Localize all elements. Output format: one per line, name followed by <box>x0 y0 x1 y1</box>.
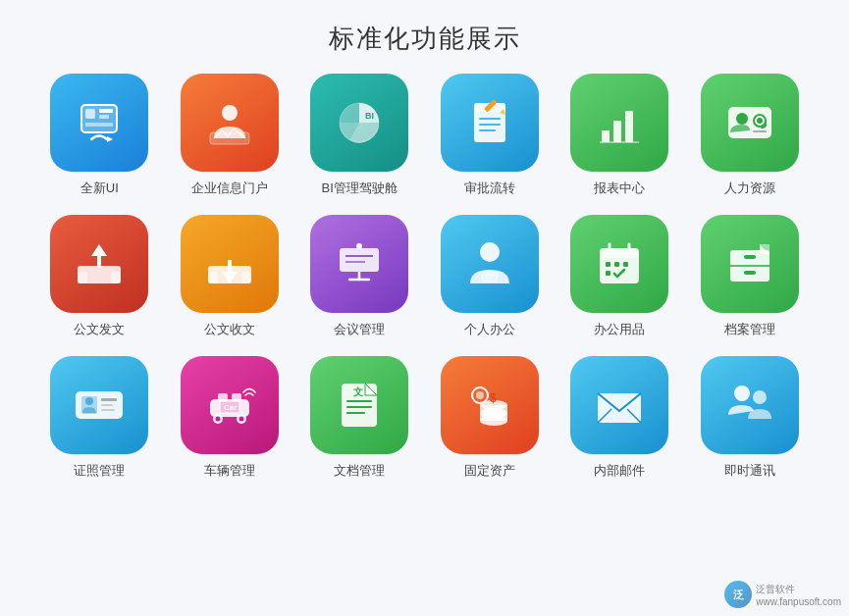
svg-point-6 <box>222 105 238 121</box>
svg-text:Car: Car <box>224 403 237 412</box>
icon-box-meeting <box>310 215 408 313</box>
icon-item-vehicle[interactable]: Car 车辆管理 <box>170 356 291 480</box>
icon-label-mail: 内部邮件 <box>594 462 645 480</box>
icon-box-doc-manage: 文 <box>310 356 408 454</box>
icon-item-credential[interactable]: 证照管理 <box>39 356 160 480</box>
icon-item-meeting[interactable]: 会议管理 <box>299 215 420 338</box>
svg-marker-5 <box>107 136 113 142</box>
svg-rect-62 <box>101 404 113 406</box>
icon-box-supplies <box>570 215 668 313</box>
svg-point-60 <box>85 397 93 405</box>
icon-label-hr: 人力资源 <box>724 180 775 197</box>
icon-box-personal <box>441 215 539 313</box>
svg-rect-19 <box>625 111 633 142</box>
svg-rect-28 <box>111 272 121 283</box>
icon-box-new-ui <box>50 74 148 172</box>
svg-point-40 <box>480 242 500 262</box>
icon-item-personal[interactable]: 个人办公 <box>430 215 551 338</box>
svg-rect-1 <box>85 109 95 119</box>
svg-rect-25 <box>753 130 767 132</box>
icon-item-supplies[interactable]: 办公用品 <box>559 215 680 338</box>
icon-item-approval[interactable]: 审批流转 <box>430 74 551 197</box>
icon-label-new-ui: 全新UI <box>80 180 119 197</box>
icon-item-bi[interactable]: BI BI管理驾驶舱 <box>299 74 420 197</box>
svg-rect-18 <box>613 121 621 142</box>
icon-label-personal: 个人办公 <box>464 321 515 338</box>
icon-label-meeting: 会议管理 <box>334 321 385 338</box>
svg-rect-66 <box>232 393 241 401</box>
icon-box-portal <box>181 74 279 172</box>
svg-rect-31 <box>208 272 218 283</box>
icon-label-report: 报表中心 <box>594 180 645 197</box>
svg-rect-50 <box>623 262 628 267</box>
svg-rect-48 <box>606 262 610 267</box>
svg-rect-61 <box>101 398 117 401</box>
icon-label-bi: BI管理驾驶舱 <box>322 180 398 197</box>
icon-item-new-ui[interactable]: 全新UI <box>39 74 160 197</box>
svg-point-91 <box>734 385 750 401</box>
icon-label-doc-manage: 文档管理 <box>334 462 385 480</box>
watermark-logo: 泛 <box>724 581 752 608</box>
icon-label-doc-send: 公文发文 <box>74 321 125 338</box>
svg-marker-29 <box>91 244 107 268</box>
svg-rect-2 <box>99 109 113 113</box>
icon-item-hr[interactable]: 人力资源 <box>690 74 811 197</box>
svg-rect-63 <box>101 409 115 411</box>
icon-grid: 全新UI 企业信息门户 <box>0 74 849 480</box>
icon-item-doc-manage[interactable]: 文 文档管理 <box>299 356 420 480</box>
icon-label-portal: 企业信息门户 <box>191 180 268 197</box>
svg-rect-45 <box>600 248 639 258</box>
svg-point-68 <box>215 417 220 422</box>
watermark-text1: 泛普软件 <box>756 583 841 596</box>
svg-rect-27 <box>78 272 87 283</box>
svg-rect-51 <box>606 271 610 276</box>
icon-box-archive <box>701 215 799 313</box>
svg-rect-34 <box>340 248 379 272</box>
icon-item-im[interactable]: 即时通讯 <box>690 356 811 480</box>
icon-box-report <box>570 74 668 172</box>
icon-box-vehicle: Car <box>181 356 279 454</box>
icon-box-doc-send <box>50 215 148 313</box>
icon-item-archive[interactable]: 档案管理 <box>690 215 811 338</box>
svg-text:文: 文 <box>353 386 363 397</box>
watermark-text2: www.fanpusoft.com <box>756 596 841 607</box>
svg-rect-55 <box>744 271 756 275</box>
icon-box-bi: BI <box>310 74 408 172</box>
svg-point-92 <box>753 390 767 404</box>
svg-rect-65 <box>218 393 228 401</box>
svg-rect-54 <box>744 255 756 259</box>
icon-box-hr <box>701 74 799 172</box>
icon-item-mail[interactable]: 内部邮件 <box>559 356 680 480</box>
icon-label-doc-receive: 公文收文 <box>204 321 255 338</box>
icon-box-im <box>701 356 799 454</box>
icon-item-doc-receive[interactable]: 公文收文 <box>170 215 291 338</box>
icon-label-archive: 档案管理 <box>724 321 775 338</box>
icon-item-assets[interactable]: $ 固定资产 <box>430 356 551 480</box>
svg-rect-32 <box>241 272 251 283</box>
svg-point-39 <box>356 243 362 249</box>
icon-label-im: 即时通讯 <box>724 462 775 480</box>
icon-box-credential <box>50 356 148 454</box>
icon-label-assets: 固定资产 <box>464 462 515 480</box>
svg-rect-17 <box>602 130 610 142</box>
svg-point-70 <box>239 417 243 422</box>
icon-box-approval <box>441 74 539 172</box>
icon-box-mail <box>570 356 668 454</box>
icon-label-supplies: 办公用品 <box>594 321 645 338</box>
icon-item-report[interactable]: 报表中心 <box>559 74 680 197</box>
svg-rect-4 <box>85 123 113 127</box>
svg-rect-3 <box>99 115 109 119</box>
icon-box-assets: $ <box>441 356 539 454</box>
icon-item-portal[interactable]: 企业信息门户 <box>170 74 291 197</box>
icon-box-doc-receive <box>181 215 279 313</box>
svg-rect-41 <box>482 272 498 282</box>
svg-point-87 <box>476 391 484 399</box>
svg-point-22 <box>736 113 748 125</box>
svg-text:BI: BI <box>365 111 374 121</box>
svg-rect-49 <box>614 262 619 267</box>
page-title: 标准化功能展示 <box>0 0 849 74</box>
svg-point-24 <box>757 118 763 124</box>
icon-label-approval: 审批流转 <box>464 180 515 197</box>
icon-item-doc-send[interactable]: 公文发文 <box>39 215 160 338</box>
watermark: 泛 泛普软件 www.fanpusoft.com <box>724 581 841 608</box>
